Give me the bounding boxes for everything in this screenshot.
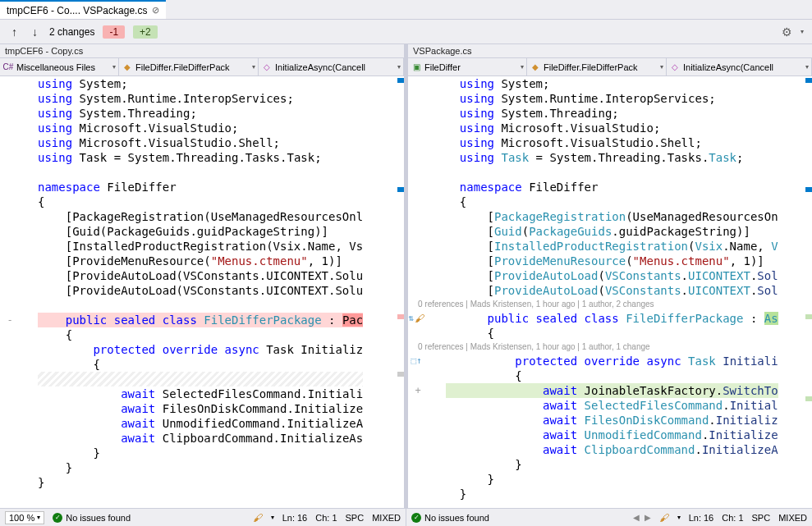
document-tab[interactable]: tmpCEF6 - Co.... VSPackage.cs ⊘ xyxy=(0,0,166,19)
check-icon: ✓ xyxy=(411,513,421,523)
method-icon: ◇ xyxy=(669,62,681,73)
left-nav-bar: C#Miscellaneous Files▾ ◆FileDiffer.FileD… xyxy=(0,58,404,76)
class-icon: ◆ xyxy=(122,62,133,73)
line-indicator[interactable]: Ln: 16 xyxy=(689,513,714,523)
tab-bar: tmpCEF6 - Co.... VSPackage.cs ⊘ xyxy=(0,0,812,20)
left-class-dropdown[interactable]: ◆FileDiffer.FileDifferPack▾ xyxy=(119,58,259,75)
diff-toolbar: ↑ ↓ 2 changes -1 +2 ⚙ ▾ xyxy=(0,20,812,44)
diff-container: tmpCEF6 - Copy.cs C#Miscellaneous Files▾… xyxy=(0,44,812,508)
chevron-down-icon: ▾ xyxy=(521,63,524,71)
right-nav-bar: ▣FileDiffer▾ ◆FileDiffer.FileDifferPack▾… xyxy=(408,58,812,76)
chevron-down-icon[interactable]: ▾ xyxy=(677,514,681,521)
right-overview-ruler[interactable] xyxy=(804,76,812,508)
diff-map-icon[interactable]: ⬚↑ xyxy=(411,354,421,368)
status-bar: 100 %▾ ✓No issues found 🖌▾ Ln: 16 Ch: 1 … xyxy=(0,508,812,526)
brush-icon[interactable]: 🖌 xyxy=(253,512,263,524)
spaces-indicator[interactable]: SPC xyxy=(346,513,365,523)
deleted-line: - public sealed class FileDifferPackage … xyxy=(0,313,363,327)
char-indicator[interactable]: Ch: 1 xyxy=(722,513,743,523)
chevron-down-icon: ▾ xyxy=(805,63,809,71)
left-code-area[interactable]: using System; using System.Runtime.Inter… xyxy=(0,76,404,508)
left-member-dropdown[interactable]: ◇InitializeAsync(Cancell▾ xyxy=(259,58,404,75)
hscroll-controls[interactable]: ◀▶ xyxy=(633,513,651,522)
lineending-indicator[interactable]: MIXED xyxy=(778,513,807,523)
pin-icon[interactable]: ⊘ xyxy=(152,5,159,16)
spaces-indicator[interactable]: SPC xyxy=(752,513,771,523)
additions-badge: +2 xyxy=(133,25,158,39)
left-project-dropdown[interactable]: C#Miscellaneous Files▾ xyxy=(0,58,119,75)
brush-icon[interactable]: 🖌 xyxy=(659,512,669,524)
chevron-down-icon: ▾ xyxy=(660,63,663,71)
status-left: 100 %▾ ✓No issues found 🖌▾ Ln: 16 Ch: 1 … xyxy=(0,509,406,526)
status-right: ✓No issues found ◀▶ 🖌▾ Ln: 16 Ch: 1 SPC … xyxy=(406,509,812,526)
chevron-down-icon: ▾ xyxy=(252,63,255,71)
tab-title: tmpCEF6 - Co.... VSPackage.cs xyxy=(7,5,147,16)
method-icon: ◇ xyxy=(261,62,273,73)
left-file-title: tmpCEF6 - Copy.cs xyxy=(0,44,404,58)
right-code-area[interactable]: using System; using System.Runtime.Inter… xyxy=(408,76,812,508)
next-change-button[interactable]: ↓ xyxy=(29,24,41,40)
scroll-left-icon[interactable]: ◀ xyxy=(633,513,640,522)
issues-indicator[interactable]: ✓No issues found xyxy=(411,513,489,523)
added-line: + await JoinableTaskFactory.SwitchTo xyxy=(408,383,778,398)
right-pane: VSPackage.cs ▣FileDiffer▾ ◆FileDiffer.Fi… xyxy=(408,44,812,508)
diff-map-icon[interactable]: ⇅ xyxy=(408,311,414,326)
right-member-dropdown[interactable]: ◇InitializeAsync(Cancell▾ xyxy=(667,58,812,75)
line-indicator[interactable]: Ln: 16 xyxy=(282,513,308,523)
prev-change-button[interactable]: ↑ xyxy=(8,24,21,40)
char-indicator[interactable]: Ch: 1 xyxy=(315,513,337,523)
check-icon: ✓ xyxy=(53,513,62,523)
zoom-dropdown[interactable]: 100 %▾ xyxy=(5,511,44,524)
chevron-down-icon: ▾ xyxy=(112,63,116,71)
codelens-method[interactable]: 0 references | Mads Kristensen, 1 hour a… xyxy=(408,341,778,354)
csharp-icon: C# xyxy=(2,62,14,73)
chevron-down-icon[interactable]: ▾ xyxy=(271,514,274,521)
placeholder-line xyxy=(0,372,363,386)
lineending-indicator[interactable]: MIXED xyxy=(372,513,401,523)
changes-count: 2 changes xyxy=(49,26,94,38)
class-icon: ◆ xyxy=(530,62,541,73)
scroll-right-icon[interactable]: ▶ xyxy=(645,513,651,522)
left-overview-ruler[interactable] xyxy=(396,76,404,508)
gear-icon[interactable]: ⚙ xyxy=(782,25,792,39)
issues-indicator[interactable]: ✓No issues found xyxy=(53,513,131,523)
brush-icon[interactable]: 🖌 xyxy=(415,311,424,326)
csharp-icon: ▣ xyxy=(411,62,422,73)
chevron-down-icon: ▾ xyxy=(397,63,401,71)
codelens-class[interactable]: 0 references | Mads Kristensen, 1 hour a… xyxy=(408,298,778,311)
right-project-dropdown[interactable]: ▣FileDiffer▾ xyxy=(408,58,527,75)
right-class-dropdown[interactable]: ◆FileDiffer.FileDifferPack▾ xyxy=(527,58,667,75)
left-pane: tmpCEF6 - Copy.cs C#Miscellaneous Files▾… xyxy=(0,44,408,508)
right-file-title: VSPackage.cs xyxy=(408,44,812,58)
deletions-badge: -1 xyxy=(103,25,125,39)
chevron-down-icon: ▾ xyxy=(37,514,40,521)
gear-dropdown-icon[interactable]: ▾ xyxy=(801,28,804,35)
